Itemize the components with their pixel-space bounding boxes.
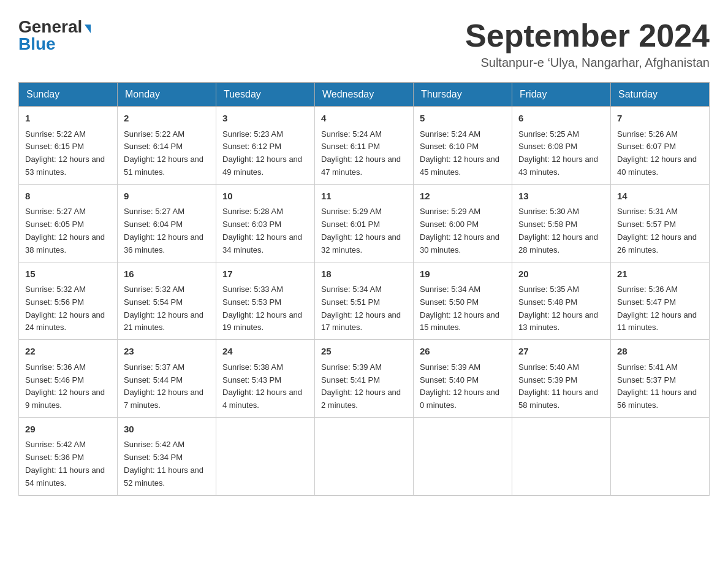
title-section: September 2024 Sultanpur-e ‘Ulya, Nangar… <box>465 18 710 70</box>
day-info: Sunrise: 5:34 AMSunset: 5:50 PMDaylight:… <box>420 283 506 334</box>
table-row: 21Sunrise: 5:36 AMSunset: 5:47 PMDayligh… <box>611 262 710 340</box>
table-row: 6Sunrise: 5:25 AMSunset: 6:08 PMDaylight… <box>512 107 611 185</box>
day-info: Sunrise: 5:36 AMSunset: 5:46 PMDaylight:… <box>25 361 111 412</box>
table-row <box>216 417 315 495</box>
day-number: 28 <box>617 345 703 359</box>
day-info: Sunrise: 5:39 AMSunset: 5:40 PMDaylight:… <box>420 361 506 412</box>
logo: General Blue <box>18 18 91 53</box>
day-number: 16 <box>124 267 210 282</box>
table-row <box>611 417 710 495</box>
col-header-friday: Friday <box>512 83 611 107</box>
table-row: 11Sunrise: 5:29 AMSunset: 6:01 PMDayligh… <box>315 184 414 262</box>
table-row: 20Sunrise: 5:35 AMSunset: 5:48 PMDayligh… <box>512 262 611 340</box>
day-number: 13 <box>518 190 604 204</box>
logo-triangle-icon <box>85 25 91 33</box>
table-row: 16Sunrise: 5:32 AMSunset: 5:54 PMDayligh… <box>118 262 216 340</box>
calendar-week-row: 29Sunrise: 5:42 AMSunset: 5:36 PMDayligh… <box>19 417 710 495</box>
day-number: 15 <box>25 267 111 282</box>
table-row: 9Sunrise: 5:27 AMSunset: 6:04 PMDaylight… <box>118 184 216 262</box>
table-row: 5Sunrise: 5:24 AMSunset: 6:10 PMDaylight… <box>414 107 512 185</box>
day-info: Sunrise: 5:27 AMSunset: 6:04 PMDaylight:… <box>124 205 210 256</box>
day-number: 11 <box>321 190 407 204</box>
table-row: 10Sunrise: 5:28 AMSunset: 6:03 PMDayligh… <box>216 184 315 262</box>
day-info: Sunrise: 5:32 AMSunset: 5:54 PMDaylight:… <box>124 283 210 334</box>
table-row: 22Sunrise: 5:36 AMSunset: 5:46 PMDayligh… <box>19 340 118 418</box>
col-header-thursday: Thursday <box>414 83 512 107</box>
day-info: Sunrise: 5:25 AMSunset: 6:08 PMDaylight:… <box>518 128 604 179</box>
day-number: 25 <box>321 345 407 359</box>
table-row <box>315 417 414 495</box>
table-row: 27Sunrise: 5:40 AMSunset: 5:39 PMDayligh… <box>512 340 611 418</box>
day-info: Sunrise: 5:35 AMSunset: 5:48 PMDaylight:… <box>518 283 604 334</box>
day-info: Sunrise: 5:31 AMSunset: 5:57 PMDaylight:… <box>617 205 703 256</box>
day-info: Sunrise: 5:30 AMSunset: 5:58 PMDaylight:… <box>518 205 604 256</box>
table-row: 7Sunrise: 5:26 AMSunset: 6:07 PMDaylight… <box>611 107 710 185</box>
day-number: 24 <box>222 345 308 359</box>
day-number: 12 <box>420 190 506 204</box>
table-row: 23Sunrise: 5:37 AMSunset: 5:44 PMDayligh… <box>118 340 216 418</box>
day-info: Sunrise: 5:36 AMSunset: 5:47 PMDaylight:… <box>617 283 703 334</box>
col-header-saturday: Saturday <box>611 83 710 107</box>
day-info: Sunrise: 5:32 AMSunset: 5:56 PMDaylight:… <box>25 283 111 334</box>
table-row: 28Sunrise: 5:41 AMSunset: 5:37 PMDayligh… <box>611 340 710 418</box>
day-info: Sunrise: 5:42 AMSunset: 5:36 PMDaylight:… <box>25 439 111 489</box>
day-number: 26 <box>420 345 506 359</box>
col-header-sunday: Sunday <box>19 83 118 107</box>
day-info: Sunrise: 5:42 AMSunset: 5:34 PMDaylight:… <box>124 439 210 489</box>
calendar-header-row: Sunday Monday Tuesday Wednesday Thursday… <box>19 83 710 107</box>
day-info: Sunrise: 5:37 AMSunset: 5:44 PMDaylight:… <box>124 361 210 412</box>
table-row <box>414 417 512 495</box>
day-number: 14 <box>617 190 703 204</box>
location-subtitle: Sultanpur-e ‘Ulya, Nangarhar, Afghanista… <box>465 56 710 70</box>
table-row: 15Sunrise: 5:32 AMSunset: 5:56 PMDayligh… <box>19 262 118 340</box>
table-row: 24Sunrise: 5:38 AMSunset: 5:43 PMDayligh… <box>216 340 315 418</box>
day-number: 29 <box>25 423 111 437</box>
table-row: 19Sunrise: 5:34 AMSunset: 5:50 PMDayligh… <box>414 262 512 340</box>
day-number: 22 <box>25 345 111 359</box>
table-row: 26Sunrise: 5:39 AMSunset: 5:40 PMDayligh… <box>414 340 512 418</box>
day-number: 17 <box>222 267 308 282</box>
table-row: 18Sunrise: 5:34 AMSunset: 5:51 PMDayligh… <box>315 262 414 340</box>
day-info: Sunrise: 5:29 AMSunset: 6:00 PMDaylight:… <box>420 205 506 256</box>
day-number: 18 <box>321 267 407 282</box>
col-header-wednesday: Wednesday <box>315 83 414 107</box>
table-row: 3Sunrise: 5:23 AMSunset: 6:12 PMDaylight… <box>216 107 315 185</box>
table-row: 25Sunrise: 5:39 AMSunset: 5:41 PMDayligh… <box>315 340 414 418</box>
day-info: Sunrise: 5:24 AMSunset: 6:11 PMDaylight:… <box>321 128 407 179</box>
table-row: 12Sunrise: 5:29 AMSunset: 6:00 PMDayligh… <box>414 184 512 262</box>
table-row: 13Sunrise: 5:30 AMSunset: 5:58 PMDayligh… <box>512 184 611 262</box>
table-row: 17Sunrise: 5:33 AMSunset: 5:53 PMDayligh… <box>216 262 315 340</box>
calendar-week-row: 22Sunrise: 5:36 AMSunset: 5:46 PMDayligh… <box>19 340 710 418</box>
day-info: Sunrise: 5:24 AMSunset: 6:10 PMDaylight:… <box>420 128 506 179</box>
logo-blue-text: Blue <box>18 36 56 53</box>
day-number: 8 <box>25 190 111 204</box>
day-number: 1 <box>25 112 111 126</box>
day-number: 7 <box>617 112 703 126</box>
table-row: 29Sunrise: 5:42 AMSunset: 5:36 PMDayligh… <box>19 417 118 495</box>
day-number: 27 <box>518 345 604 359</box>
day-info: Sunrise: 5:40 AMSunset: 5:39 PMDaylight:… <box>518 361 604 412</box>
calendar-week-row: 15Sunrise: 5:32 AMSunset: 5:56 PMDayligh… <box>19 262 710 340</box>
page-header: General Blue September 2024 Sultanpur-e … <box>18 18 710 70</box>
day-number: 30 <box>124 423 210 437</box>
day-number: 6 <box>518 112 604 126</box>
day-info: Sunrise: 5:29 AMSunset: 6:01 PMDaylight:… <box>321 205 407 256</box>
day-number: 20 <box>518 267 604 282</box>
day-number: 21 <box>617 267 703 282</box>
day-number: 4 <box>321 112 407 126</box>
col-header-tuesday: Tuesday <box>216 83 315 107</box>
table-row: 14Sunrise: 5:31 AMSunset: 5:57 PMDayligh… <box>611 184 710 262</box>
day-number: 3 <box>222 112 308 126</box>
day-info: Sunrise: 5:26 AMSunset: 6:07 PMDaylight:… <box>617 128 703 179</box>
day-info: Sunrise: 5:41 AMSunset: 5:37 PMDaylight:… <box>617 361 703 412</box>
day-info: Sunrise: 5:23 AMSunset: 6:12 PMDaylight:… <box>222 128 308 179</box>
day-info: Sunrise: 5:27 AMSunset: 6:05 PMDaylight:… <box>25 205 111 256</box>
table-row: 30Sunrise: 5:42 AMSunset: 5:34 PMDayligh… <box>118 417 216 495</box>
day-number: 19 <box>420 267 506 282</box>
day-info: Sunrise: 5:22 AMSunset: 6:15 PMDaylight:… <box>25 128 111 179</box>
day-info: Sunrise: 5:39 AMSunset: 5:41 PMDaylight:… <box>321 361 407 412</box>
day-info: Sunrise: 5:33 AMSunset: 5:53 PMDaylight:… <box>222 283 308 334</box>
calendar-week-row: 8Sunrise: 5:27 AMSunset: 6:05 PMDaylight… <box>19 184 710 262</box>
day-number: 2 <box>124 112 210 126</box>
day-number: 9 <box>124 190 210 204</box>
